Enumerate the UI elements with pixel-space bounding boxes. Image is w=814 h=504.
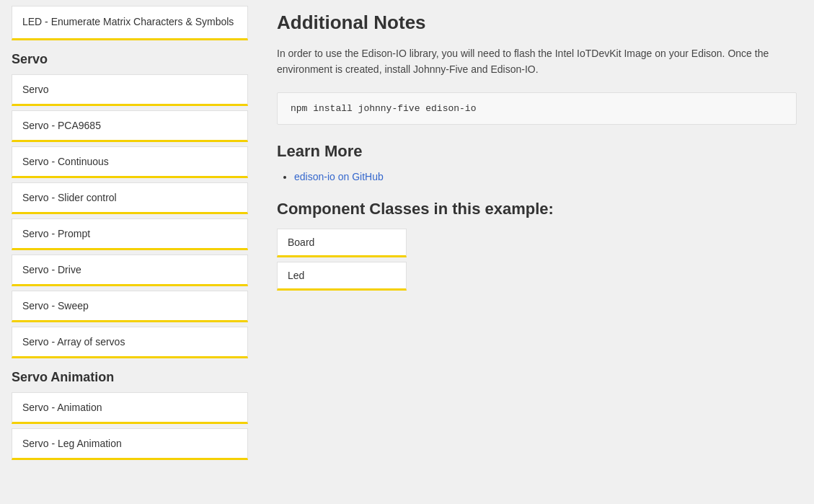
- component-class-item: Led: [277, 262, 407, 291]
- servo-animation-items-list: Servo - AnimationServo - Leg Animation: [12, 392, 248, 460]
- page-title: Additional Notes: [277, 12, 797, 34]
- sidebar-item-servo-leg-animation[interactable]: Servo - Leg Animation: [12, 428, 248, 460]
- sidebar-item-servo-slider-control[interactable]: Servo - Slider control: [12, 182, 248, 214]
- servo-section-heading: Servo: [12, 52, 248, 67]
- learn-more-list: edison-io on GitHub: [277, 171, 797, 182]
- sidebar-item-servo-sweep[interactable]: Servo - Sweep: [12, 291, 248, 322]
- main-content: Additional Notes In order to use the Edi…: [260, 0, 814, 504]
- servo-items-list: ServoServo - PCA9685Servo - ContinuousSe…: [12, 74, 248, 358]
- sidebar-item-servo-prompt[interactable]: Servo - Prompt: [12, 218, 248, 250]
- component-class-item: Board: [277, 229, 407, 257]
- sidebar-item-servo-pca9685[interactable]: Servo - PCA9685: [12, 110, 248, 142]
- servo-animation-section-heading: Servo Animation: [12, 370, 248, 385]
- learn-more-title: Learn More: [277, 142, 797, 161]
- learn-more-link[interactable]: edison-io on GitHub: [294, 171, 384, 182]
- sidebar-item-servo[interactable]: Servo: [12, 74, 248, 106]
- sidebar-item-led-enumerate[interactable]: LED - Enumerate Matrix Characters & Symb…: [12, 6, 248, 40]
- sidebar-item-servo-continuous[interactable]: Servo - Continuous: [12, 146, 248, 178]
- code-block: npm install johnny-five edison-io: [277, 92, 797, 125]
- description-text: In order to use the Edison-IO library, y…: [277, 45, 797, 78]
- component-classes-list: BoardLed: [277, 229, 797, 291]
- sidebar: LED - Enumerate Matrix Characters & Symb…: [0, 0, 260, 504]
- page-layout: LED - Enumerate Matrix Characters & Symb…: [0, 0, 814, 504]
- sidebar-item-servo-animation[interactable]: Servo - Animation: [12, 392, 248, 424]
- sidebar-item-servo-drive[interactable]: Servo - Drive: [12, 255, 248, 286]
- sidebar-item-servo-array-of-servos[interactable]: Servo - Array of servos: [12, 327, 248, 358]
- component-classes-title: Component Classes in this example:: [277, 200, 797, 218]
